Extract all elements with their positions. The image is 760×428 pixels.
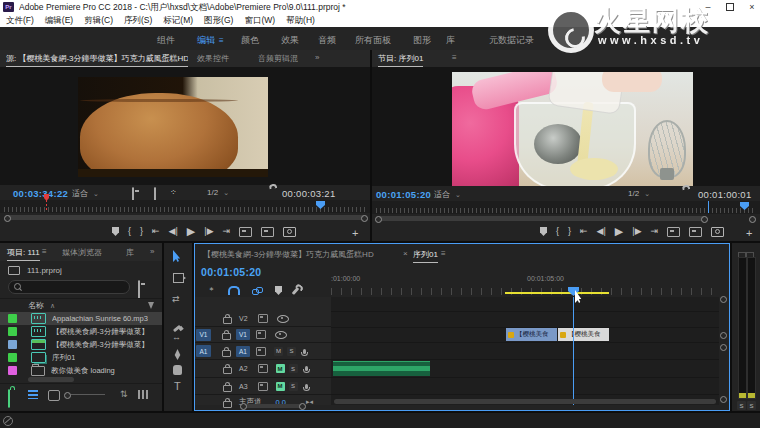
snap-magnet-icon[interactable] [228, 286, 240, 295]
voiceover-mic-icon[interactable] [305, 384, 308, 389]
track-lane-a2[interactable] [331, 360, 719, 378]
new-bin-icon[interactable] [138, 390, 149, 399]
lift-icon[interactable] [667, 227, 680, 237]
video-clip-selected[interactable]: 【樱桃美食 [558, 328, 609, 341]
ripple-edit-tool[interactable]: ⇄ [172, 295, 180, 304]
maximize-button[interactable] [722, 1, 738, 13]
project-list-scrollbar[interactable] [28, 377, 74, 382]
extract-icon[interactable] [689, 227, 702, 237]
source-scroll-right-handle[interactable] [361, 215, 368, 222]
timeline-timecode[interactable]: 00:01:05:20 [201, 266, 262, 278]
track-lock-icon[interactable] [223, 317, 232, 324]
workspace-color[interactable]: 颜色 [241, 34, 259, 47]
tab-clip-timeline[interactable]: 【樱桃美食網-3分鐘學做菜】巧克力威風蛋糕HD [203, 249, 374, 260]
keyframe-nav-icon[interactable]: ▸◂ [306, 398, 313, 406]
program-button-editor-plus-icon[interactable]: + [746, 228, 752, 239]
workspace-metadata[interactable]: 元数据记录 [489, 34, 534, 47]
tab-source-clip[interactable]: 源: 【樱桃美食網-3分鐘學做菜】巧克力威風蛋糕HD.mp4 [6, 53, 188, 67]
tab-effect-controls[interactable]: 效果控件 [197, 53, 229, 64]
workspace-audio[interactable]: 音频 [318, 34, 336, 47]
project-panel-menu-icon[interactable]: ≡ [42, 247, 47, 256]
timeline-ruler[interactable]: :01:00:00 00:01:05:00 [331, 268, 719, 297]
project-item-name[interactable]: 【樱桃美食網-3分鐘學做菜】巧克力威風蛋糕HD.mp4 [52, 340, 148, 350]
track-lane-v1[interactable]: 【樱桃美食 【樱桃美食 [331, 327, 719, 343]
track-lock-icon[interactable] [223, 385, 232, 392]
program-panel-menu-icon[interactable]: ≡ [452, 53, 457, 62]
voiceover-mic-icon[interactable] [303, 349, 306, 354]
name-column-header[interactable]: 名称 [28, 300, 44, 311]
tab-libraries[interactable]: 库 [126, 247, 134, 258]
zoom-slider-handle[interactable] [64, 392, 71, 399]
tab-sequence-timeline[interactable]: 序列01 [413, 249, 438, 263]
go-to-in-icon[interactable]: ⇤ [152, 227, 160, 236]
workspace-menu-icon[interactable]: ≡ [219, 36, 224, 45]
track-label[interactable]: A3 [239, 383, 248, 390]
sync-lock-icon[interactable] [258, 382, 268, 391]
sync-lock-icon[interactable] [256, 347, 266, 356]
timeline-settings-wrench-icon[interactable] [292, 287, 300, 295]
project-tab-overflow-icon[interactable]: » [150, 247, 154, 256]
project-item-name[interactable]: Appalachian Sunrise 60.mp3 [52, 314, 148, 323]
step-back-icon[interactable]: ◀| [597, 227, 606, 236]
track-label[interactable]: V2 [239, 315, 248, 322]
menu-window[interactable]: 窗口(W) [244, 15, 275, 27]
program-zoom-scrollbar[interactable] [372, 215, 760, 223]
play-icon[interactable]: ▶ [615, 226, 623, 237]
program-fit-dropdown[interactable]: 适合⌄ [434, 189, 461, 200]
scroll-handle[interactable] [720, 332, 727, 339]
tab-media-browser[interactable]: 媒体浏览器 [62, 247, 102, 258]
mute-button-active[interactable]: M [276, 382, 285, 391]
mark-in-icon[interactable]: { [556, 227, 559, 236]
label-color-swatch[interactable] [8, 314, 17, 323]
step-forward-icon[interactable]: |▶ [632, 227, 641, 236]
track-label[interactable]: A2 [239, 365, 248, 372]
zoom-slider-track[interactable] [71, 394, 105, 395]
source-button-editor-plus-icon[interactable]: + [352, 228, 358, 239]
label-color-swatch[interactable] [8, 340, 17, 349]
label-color-swatch[interactable] [8, 353, 17, 362]
work-area-bar[interactable] [505, 292, 609, 294]
source-patch-v1[interactable]: V1 [196, 329, 211, 341]
menu-marker[interactable]: 标记(M) [163, 15, 193, 27]
track-lock-icon[interactable] [222, 350, 231, 357]
meter-solo-right-button[interactable]: S [747, 401, 756, 410]
menu-clip[interactable]: 剪辑(C) [84, 15, 113, 27]
export-frame-icon[interactable] [711, 227, 724, 237]
pen-tool[interactable] [174, 349, 181, 360]
project-item-row[interactable]: 教你做美食 loading [0, 364, 162, 377]
track-target-v1[interactable]: V1 [236, 329, 250, 340]
project-item-name[interactable]: 【樱桃美食網-3分鐘學做菜】巧克力威風蛋糕HD.mp4 [52, 327, 148, 337]
go-to-out-icon[interactable]: ⇥ [223, 227, 231, 236]
track-visibility-eye-icon[interactable] [277, 315, 289, 323]
project-item-name[interactable]: 序列01 [52, 353, 75, 363]
title-bar[interactable]: Pr Adobe Premiere Pro CC 2018 - C:\用户\hx… [0, 0, 760, 14]
source-tab-overflow-icon[interactable]: » [315, 53, 319, 62]
menu-help[interactable]: 帮助(H) [286, 15, 315, 27]
timeline-horizontal-scrollbar[interactable] [334, 399, 716, 404]
tab-program-sequence[interactable]: 节目: 序列01 [378, 53, 423, 67]
step-back-icon[interactable]: ◀| [169, 227, 178, 236]
step-forward-icon[interactable]: |▶ [204, 227, 213, 236]
search-input[interactable] [8, 280, 130, 294]
compare-view-icon[interactable]: ⁘ [170, 189, 177, 197]
track-lane-a3[interactable] [331, 378, 719, 395]
track-lane-a1[interactable] [331, 343, 719, 360]
menu-sequence[interactable]: 序列(S) [124, 15, 152, 27]
export-frame-icon[interactable] [283, 227, 296, 237]
selection-tool[interactable] [173, 250, 183, 262]
workspace-all-panels[interactable]: 所有面板 [355, 34, 391, 47]
label-color-swatch[interactable] [8, 366, 17, 375]
scroll-handle[interactable] [720, 296, 727, 303]
slip-tool[interactable]: ↔ [172, 333, 181, 342]
add-marker-icon[interactable] [275, 286, 282, 295]
hand-tool[interactable] [173, 365, 182, 375]
source-fit-dropdown[interactable]: 适合⌄ [72, 188, 99, 199]
mark-in-icon[interactable]: { [128, 227, 131, 236]
tab-audio-clip-mixer[interactable]: 音频剪辑混 [258, 53, 298, 64]
project-writable-lock-icon[interactable] [8, 389, 10, 408]
timeline-tracks-area[interactable]: 【樱桃美食 【樱桃美食 [331, 297, 719, 405]
project-list-header[interactable]: 名称 ∧ [0, 298, 162, 313]
program-scroll-left-handle[interactable] [375, 216, 382, 223]
source-zoom-scrollbar[interactable] [0, 214, 370, 222]
scroll-handle[interactable] [720, 396, 727, 403]
